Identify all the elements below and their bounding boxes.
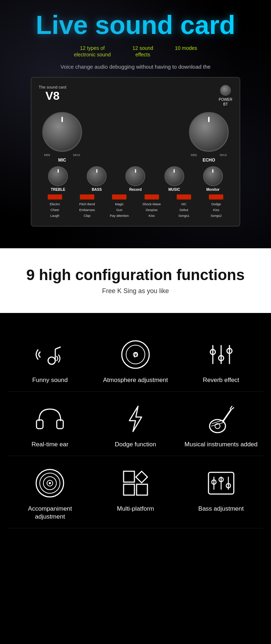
red-buttons-row (39, 194, 232, 199)
mic-knob-group: MIN MAX MIC (42, 112, 82, 163)
echo-min: MIN (191, 153, 197, 157)
monitor-label: Monitor (203, 188, 223, 192)
btn-shockwave[interactable]: Shock-Wave (139, 202, 164, 206)
btn-songs1[interactable]: Songs1 (171, 214, 197, 218)
soundcard-container: The sound card V8 POWERBT MIN MAX MIC (7, 77, 264, 241)
mic-knob[interactable] (42, 112, 82, 152)
feature-funny-sound: Funny sound (7, 327, 93, 392)
lightning-icon (119, 403, 152, 435)
feature-item-2: 12 soundeffects (132, 45, 153, 58)
feature-musical-instruments: Musical instruments added (178, 392, 264, 456)
equalizer-icon (205, 467, 237, 499)
music-knob[interactable] (164, 166, 184, 186)
bass-knob-group: BASS (87, 166, 107, 192)
music-knob-group: MUSIC (164, 166, 184, 192)
monitor-knob[interactable] (203, 166, 223, 186)
soundcard-brand: The sound card (39, 85, 66, 89)
atmosphere-label: Atmosphere adjustment (103, 376, 168, 384)
middle-section: 9 high configuration functions Free K Si… (0, 248, 271, 313)
features-section: Funny sound Atmosphere adjustment (0, 313, 271, 543)
feature-dodge: Dodge function (93, 392, 178, 456)
svg-rect-30 (124, 484, 134, 495)
mic-title: MIC (42, 158, 82, 163)
treble-knob[interactable] (48, 166, 68, 186)
button-labels-row1: Electro Pitch Bend Magic Shock-Wave MC D… (39, 202, 232, 206)
btn-cheer[interactable]: Cheer (42, 208, 68, 212)
btn-gun[interactable]: Gun (107, 208, 132, 212)
treble-label: TREBLE (48, 188, 68, 192)
config-title: 9 high configuration functions (11, 266, 260, 284)
btn-kiss[interactable]: Kiss (203, 208, 229, 212)
dodge-label: Dodge function (115, 441, 156, 448)
svg-point-7 (136, 355, 138, 357)
multiplatform-label: Multi-platform (117, 505, 154, 513)
btn-red-4[interactable] (145, 194, 159, 199)
mic-label-row: MIN MAX (42, 153, 82, 157)
svg-rect-14 (36, 420, 43, 429)
btn-embarrass[interactable]: Embarrass (74, 208, 100, 212)
btn-pitchbend[interactable]: Pitch Bend (74, 202, 100, 206)
btn-red-5[interactable] (177, 194, 191, 199)
disc-icon (34, 467, 66, 499)
btn-payattention[interactable]: Pay attention (107, 214, 132, 218)
echo-title: ECHO (189, 158, 229, 163)
echo-knob-group: MIN MAX ECHO (189, 112, 229, 163)
feature-reverb: Reverb effect (178, 327, 264, 392)
btn-red-3[interactable] (112, 194, 126, 199)
feature-realtime-ear: Real-time ear (7, 392, 93, 456)
features-row: 12 types ofelectronic sound 12 soundeffe… (7, 45, 264, 58)
btn-electro[interactable]: Electro (42, 202, 68, 206)
musical-instruments-label: Musical instruments added (185, 441, 258, 448)
treble-knob-group: TREBLE (48, 166, 68, 192)
svg-line-18 (231, 408, 234, 410)
bass-knob[interactable] (87, 166, 107, 186)
btn-songs2[interactable]: Songs2 (203, 214, 229, 218)
mic-min: MIN (44, 153, 50, 157)
soundcard: The sound card V8 POWERBT MIN MAX MIC (31, 77, 240, 227)
btn-magic[interactable]: Magic (107, 202, 132, 206)
svg-marker-16 (129, 406, 142, 432)
btn-debut[interactable]: Debut (171, 208, 197, 212)
btn-mc[interactable]: MC (171, 202, 197, 206)
record-knob[interactable] (125, 166, 145, 186)
main-knobs-row: MIN MAX MIC MIN MAX ECHO (39, 112, 232, 163)
headphones-icon (34, 403, 66, 435)
echo-label-row: MIN MAX (189, 153, 229, 157)
echo-knob[interactable] (189, 112, 229, 152)
svg-marker-29 (136, 471, 147, 483)
button-labels-row3: Laugh Clap Pay attention Kiss Songs1 Son… (39, 214, 232, 218)
record-knob-group: Record (125, 166, 145, 192)
btn-red-6[interactable] (209, 194, 223, 199)
btn-laugh[interactable]: Laugh (42, 214, 68, 218)
reverb-label: Reverb effect (203, 376, 239, 384)
small-knobs-row: TREBLE BASS Record MUSIC Monitor (39, 166, 232, 192)
btn-clap[interactable]: Clap (74, 214, 100, 218)
soundcard-header: The sound card V8 POWERBT (39, 85, 232, 107)
btn-red-2[interactable] (80, 194, 94, 199)
svg-rect-28 (124, 471, 134, 482)
main-title: Live sound card (7, 11, 264, 39)
bass-label: BASS (87, 188, 107, 192)
feature-multiplatform: Multi-platform (93, 456, 178, 528)
config-subtitle: Free K Sing as you like (11, 287, 260, 295)
btn-despise[interactable]: Despise (139, 208, 164, 212)
accompaniment-label: Accompaniment adjustment (13, 505, 87, 521)
power-knob[interactable] (220, 85, 231, 96)
music-note-icon (34, 338, 66, 371)
svg-point-4 (126, 345, 145, 364)
subtitle-text: Voice change audio debugging without hav… (7, 64, 264, 70)
soundcard-model: V8 (39, 89, 66, 103)
power-area: POWERBT (219, 85, 232, 107)
monitor-knob-group: Monitor (203, 166, 223, 192)
btn-red-1[interactable] (48, 194, 62, 199)
feature-item-3: 10 modes (175, 45, 197, 58)
svg-point-6 (134, 356, 136, 357)
btn-dodge[interactable]: Dodge (203, 202, 229, 206)
guitar-icon (205, 403, 237, 435)
header-section: Live sound card 12 types ofelectronic so… (0, 0, 271, 248)
feature-accompaniment: Accompaniment adjustment (7, 456, 93, 528)
funny-sound-label: Funny sound (32, 376, 68, 384)
btn-kiss2[interactable]: Kiss (139, 214, 164, 218)
sliders-icon (205, 338, 237, 371)
svg-line-2 (55, 347, 61, 349)
